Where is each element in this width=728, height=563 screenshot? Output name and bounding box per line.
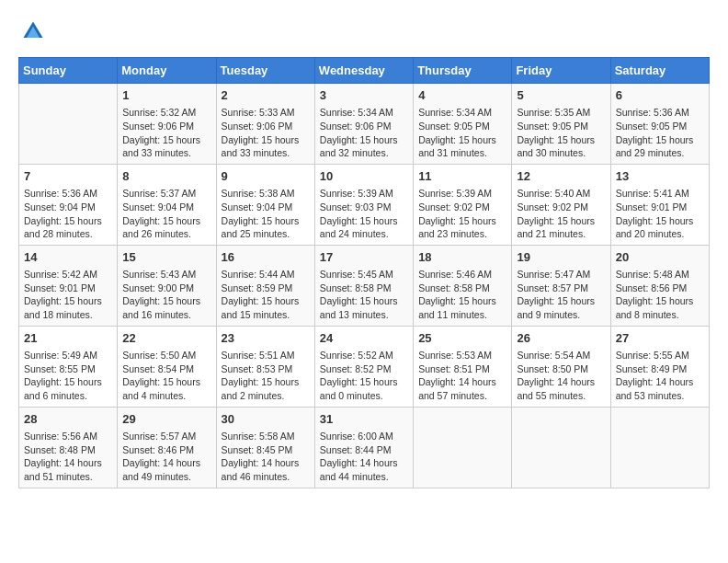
calendar-cell: 31Sunrise: 6:00 AMSunset: 8:44 PMDayligh… (314, 407, 413, 488)
day-number: 15 (122, 249, 210, 266)
calendar-cell (512, 407, 610, 488)
calendar-cell: 10Sunrise: 5:39 AMSunset: 9:03 PMDayligh… (314, 164, 413, 245)
day-info: Sunrise: 5:32 AMSunset: 9:06 PMDaylight:… (122, 106, 210, 160)
day-info: Sunrise: 5:47 AMSunset: 8:57 PMDaylight:… (517, 268, 605, 322)
day-header-thursday: Thursday (414, 58, 512, 84)
day-header-tuesday: Tuesday (216, 58, 314, 84)
calendar-cell: 5Sunrise: 5:35 AMSunset: 9:05 PMDaylight… (512, 84, 610, 165)
week-row-4: 21Sunrise: 5:49 AMSunset: 8:55 PMDayligh… (19, 326, 710, 407)
day-info: Sunrise: 5:56 AMSunset: 8:48 PMDaylight:… (24, 430, 112, 484)
week-row-1: 1Sunrise: 5:32 AMSunset: 9:06 PMDaylight… (19, 84, 710, 165)
calendar-cell (19, 84, 118, 165)
day-number: 12 (517, 168, 605, 185)
day-number: 31 (320, 411, 408, 428)
calendar-cell: 7Sunrise: 5:36 AMSunset: 9:04 PMDaylight… (19, 164, 118, 245)
day-info: Sunrise: 5:46 AMSunset: 8:58 PMDaylight:… (418, 268, 506, 322)
calendar-cell: 22Sunrise: 5:50 AMSunset: 8:54 PMDayligh… (118, 326, 216, 407)
day-info: Sunrise: 5:43 AMSunset: 9:00 PMDaylight:… (122, 268, 210, 322)
calendar-cell: 13Sunrise: 5:41 AMSunset: 9:01 PMDayligh… (610, 164, 709, 245)
day-info: Sunrise: 5:40 AMSunset: 9:02 PMDaylight:… (517, 187, 605, 241)
calendar-cell: 29Sunrise: 5:57 AMSunset: 8:46 PMDayligh… (118, 407, 216, 488)
logo-icon (20, 18, 46, 44)
day-number: 11 (418, 168, 506, 185)
day-info: Sunrise: 5:49 AMSunset: 8:55 PMDaylight:… (24, 349, 112, 403)
calendar-cell: 30Sunrise: 5:58 AMSunset: 8:45 PMDayligh… (216, 407, 314, 488)
day-info: Sunrise: 5:52 AMSunset: 8:52 PMDaylight:… (320, 349, 408, 403)
day-number: 21 (24, 330, 112, 347)
week-row-3: 14Sunrise: 5:42 AMSunset: 9:01 PMDayligh… (19, 245, 710, 326)
day-info: Sunrise: 5:33 AMSunset: 9:06 PMDaylight:… (222, 106, 310, 160)
calendar-table: SundayMondayTuesdayWednesdayThursdayFrid… (18, 57, 710, 488)
day-number: 1 (122, 87, 210, 104)
day-info: Sunrise: 5:45 AMSunset: 8:58 PMDaylight:… (320, 268, 408, 322)
calendar-cell: 9Sunrise: 5:38 AMSunset: 9:04 PMDaylight… (216, 164, 314, 245)
day-number: 24 (320, 330, 408, 347)
day-number: 23 (222, 330, 310, 347)
calendar-cell: 14Sunrise: 5:42 AMSunset: 9:01 PMDayligh… (19, 245, 118, 326)
day-header-friday: Friday (512, 58, 610, 84)
calendar-cell: 18Sunrise: 5:46 AMSunset: 8:58 PMDayligh… (414, 245, 512, 326)
day-info: Sunrise: 5:54 AMSunset: 8:50 PMDaylight:… (517, 349, 605, 403)
day-number: 9 (222, 168, 310, 185)
day-number: 20 (616, 249, 704, 266)
calendar-cell: 24Sunrise: 5:52 AMSunset: 8:52 PMDayligh… (314, 326, 413, 407)
calendar-cell: 11Sunrise: 5:39 AMSunset: 9:02 PMDayligh… (414, 164, 512, 245)
day-info: Sunrise: 5:55 AMSunset: 8:49 PMDaylight:… (616, 349, 704, 403)
calendar-cell: 23Sunrise: 5:51 AMSunset: 8:53 PMDayligh… (216, 326, 314, 407)
day-info: Sunrise: 5:41 AMSunset: 9:01 PMDaylight:… (616, 187, 704, 241)
calendar-cell: 28Sunrise: 5:56 AMSunset: 8:48 PMDayligh… (19, 407, 118, 488)
day-number: 6 (616, 87, 704, 104)
day-info: Sunrise: 5:48 AMSunset: 8:56 PMDaylight:… (616, 268, 704, 322)
day-number: 25 (418, 330, 506, 347)
calendar-cell: 12Sunrise: 5:40 AMSunset: 9:02 PMDayligh… (512, 164, 610, 245)
calendar-cell: 8Sunrise: 5:37 AMSunset: 9:04 PMDaylight… (118, 164, 216, 245)
week-row-2: 7Sunrise: 5:36 AMSunset: 9:04 PMDaylight… (19, 164, 710, 245)
calendar-cell (414, 407, 512, 488)
week-row-5: 28Sunrise: 5:56 AMSunset: 8:48 PMDayligh… (19, 407, 710, 488)
calendar-cell: 3Sunrise: 5:34 AMSunset: 9:06 PMDaylight… (314, 84, 413, 165)
calendar-cell: 4Sunrise: 5:34 AMSunset: 9:05 PMDaylight… (414, 84, 512, 165)
day-number: 29 (122, 411, 210, 428)
day-number: 2 (222, 87, 310, 104)
day-number: 28 (24, 411, 112, 428)
day-number: 4 (418, 87, 506, 104)
day-number: 7 (24, 168, 112, 185)
day-info: Sunrise: 5:53 AMSunset: 8:51 PMDaylight:… (418, 349, 506, 403)
day-info: Sunrise: 5:39 AMSunset: 9:03 PMDaylight:… (320, 187, 408, 241)
day-header-wednesday: Wednesday (314, 58, 413, 84)
day-info: Sunrise: 5:36 AMSunset: 9:04 PMDaylight:… (24, 187, 112, 241)
day-info: Sunrise: 5:39 AMSunset: 9:02 PMDaylight:… (418, 187, 506, 241)
day-number: 30 (222, 411, 310, 428)
calendar-cell: 15Sunrise: 5:43 AMSunset: 9:00 PMDayligh… (118, 245, 216, 326)
day-number: 19 (517, 249, 605, 266)
calendar-cell: 21Sunrise: 5:49 AMSunset: 8:55 PMDayligh… (19, 326, 118, 407)
day-info: Sunrise: 5:42 AMSunset: 9:01 PMDaylight:… (24, 268, 112, 322)
day-number: 26 (517, 330, 605, 347)
page-header (18, 18, 710, 48)
day-info: Sunrise: 5:57 AMSunset: 8:46 PMDaylight:… (122, 430, 210, 484)
day-number: 10 (320, 168, 408, 185)
day-info: Sunrise: 5:35 AMSunset: 9:05 PMDaylight:… (517, 106, 605, 160)
calendar-cell: 2Sunrise: 5:33 AMSunset: 9:06 PMDaylight… (216, 84, 314, 165)
day-number: 16 (222, 249, 310, 266)
day-info: Sunrise: 5:34 AMSunset: 9:06 PMDaylight:… (320, 106, 408, 160)
calendar-cell: 25Sunrise: 5:53 AMSunset: 8:51 PMDayligh… (414, 326, 512, 407)
day-info: Sunrise: 5:50 AMSunset: 8:54 PMDaylight:… (122, 349, 210, 403)
day-info: Sunrise: 5:51 AMSunset: 8:53 PMDaylight:… (222, 349, 310, 403)
day-number: 13 (616, 168, 704, 185)
calendar-cell: 16Sunrise: 5:44 AMSunset: 8:59 PMDayligh… (216, 245, 314, 326)
logo (18, 18, 46, 48)
day-info: Sunrise: 5:37 AMSunset: 9:04 PMDaylight:… (122, 187, 210, 241)
day-info: Sunrise: 5:36 AMSunset: 9:05 PMDaylight:… (616, 106, 704, 160)
day-number: 3 (320, 87, 408, 104)
day-header-sunday: Sunday (19, 58, 118, 84)
day-number: 8 (122, 168, 210, 185)
day-info: Sunrise: 5:38 AMSunset: 9:04 PMDaylight:… (222, 187, 310, 241)
day-number: 27 (616, 330, 704, 347)
calendar-cell: 19Sunrise: 5:47 AMSunset: 8:57 PMDayligh… (512, 245, 610, 326)
day-number: 18 (418, 249, 506, 266)
calendar-cell: 27Sunrise: 5:55 AMSunset: 8:49 PMDayligh… (610, 326, 709, 407)
day-number: 17 (320, 249, 408, 266)
calendar-cell: 6Sunrise: 5:36 AMSunset: 9:05 PMDaylight… (610, 84, 709, 165)
day-number: 5 (517, 87, 605, 104)
